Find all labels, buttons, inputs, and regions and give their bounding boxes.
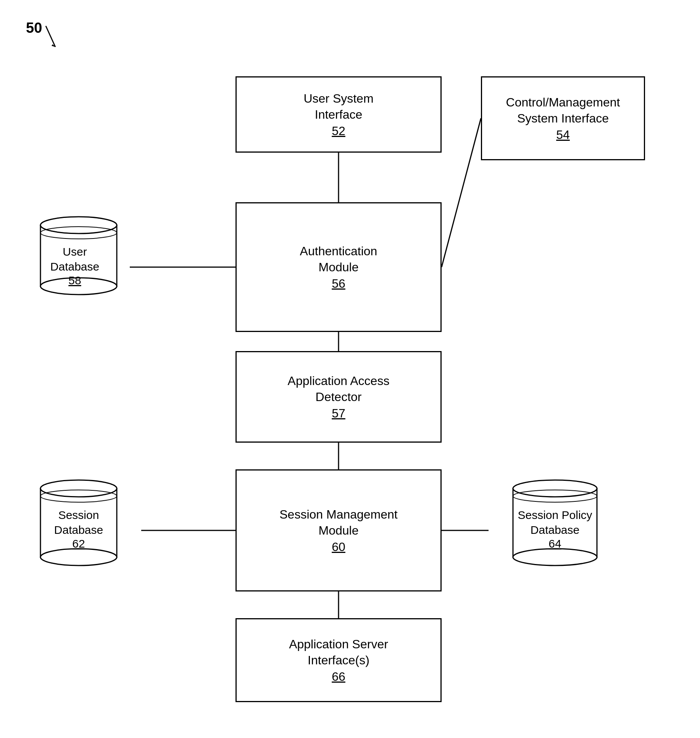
session-management-module-title: Session ManagementModule bbox=[279, 507, 398, 538]
application-access-detector-title: Application AccessDetector bbox=[288, 373, 390, 405]
control-management-title: Control/ManagementSystem Interface bbox=[506, 95, 620, 126]
svg-line-0 bbox=[46, 26, 55, 47]
diagram-arrow bbox=[31, 22, 61, 53]
authentication-module-number: 56 bbox=[332, 277, 345, 291]
session-policy-database-title: Session PolicyDatabase bbox=[518, 509, 592, 536]
svg-line-3 bbox=[442, 118, 481, 267]
user-system-interface-title: User SystemInterface bbox=[303, 91, 373, 122]
session-management-module-box: Session ManagementModule 60 bbox=[235, 469, 442, 591]
svg-point-18 bbox=[40, 549, 117, 566]
svg-point-20 bbox=[513, 480, 597, 497]
authentication-module-box: AuthenticationModule 56 bbox=[235, 202, 442, 332]
application-access-detector-number: 57 bbox=[332, 406, 345, 421]
session-policy-database-number: 64 bbox=[548, 537, 561, 550]
user-database-title: UserDatabase bbox=[50, 245, 99, 273]
diagram-container: 50 User Sys bbox=[0, 0, 700, 738]
session-database-number: 62 bbox=[72, 537, 85, 550]
control-management-number: 54 bbox=[556, 128, 570, 142]
session-database-cylinder: SessionDatabase 62 bbox=[29, 466, 128, 588]
session-database-title: SessionDatabase bbox=[54, 509, 103, 536]
user-system-interface-box: User SystemInterface 52 bbox=[235, 76, 442, 153]
user-system-interface-number: 52 bbox=[332, 124, 345, 138]
application-server-interface-box: Application ServerInterface(s) 66 bbox=[235, 618, 442, 702]
control-management-box: Control/ManagementSystem Interface 54 bbox=[481, 76, 645, 160]
application-server-interface-title: Application ServerInterface(s) bbox=[289, 636, 388, 668]
svg-point-22 bbox=[513, 549, 597, 566]
user-database-cylinder: UserDatabase 58 bbox=[29, 206, 128, 313]
application-access-detector-box: Application AccessDetector 57 bbox=[235, 351, 442, 443]
svg-point-16 bbox=[40, 480, 117, 497]
authentication-module-title: AuthenticationModule bbox=[300, 243, 377, 275]
application-server-interface-number: 66 bbox=[332, 670, 345, 684]
user-database-number: 58 bbox=[68, 274, 81, 287]
session-management-module-number: 60 bbox=[332, 540, 345, 554]
session-policy-database-cylinder: Session PolicyDatabase 64 bbox=[502, 466, 608, 588]
